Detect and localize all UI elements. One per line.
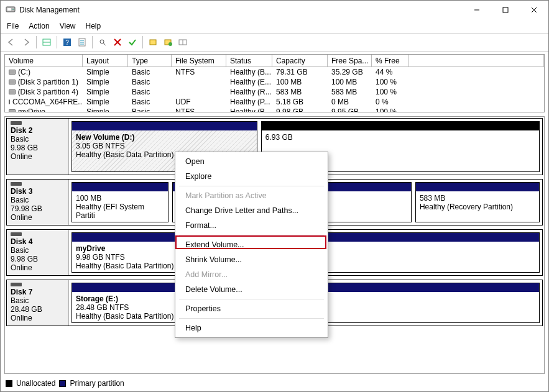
menu-item-extend-volume[interactable]: Extend Volume...: [177, 237, 326, 252]
partition[interactable]: 583 MBHealthy (Recovery Partition): [415, 182, 540, 222]
col-status[interactable]: Status: [226, 55, 272, 67]
window-title: Disk Management: [19, 6, 80, 14]
properties-icon[interactable]: [75, 35, 89, 49]
disk-type: Basic: [11, 296, 65, 305]
back-icon[interactable]: [4, 35, 18, 49]
menu-item-format[interactable]: Format...: [177, 218, 326, 233]
volume-pct-free: 100 %: [372, 87, 409, 97]
menu-item-change-drive-letter-and-paths[interactable]: Change Drive Letter and Paths...: [177, 203, 326, 218]
panels-icon[interactable]: [40, 35, 53, 49]
volume-icon: [9, 80, 16, 84]
col-volume[interactable]: Volume: [5, 55, 83, 67]
volume-status: Healthy (P...: [226, 97, 272, 107]
toolbar: ?: [1, 33, 548, 52]
col-layout[interactable]: Layout: [83, 55, 128, 67]
help-icon[interactable]: ?: [60, 35, 74, 49]
menu-item-properties[interactable]: Properties: [177, 301, 326, 316]
volume-type: Basic: [128, 107, 172, 112]
disk-info[interactable]: Disk 3Basic79.98 GBOnline: [7, 180, 69, 225]
menu-item-shrink-volume[interactable]: Shrink Volume...: [177, 252, 326, 267]
menu-item-help[interactable]: Help: [177, 321, 326, 335]
volume-name: myDrive: [18, 107, 45, 112]
menu-help[interactable]: Help: [86, 22, 101, 30]
maximize-button[interactable]: [491, 1, 520, 19]
volume-pct-free: 100 %: [372, 107, 409, 112]
menu-separator: [179, 235, 324, 235]
disk-info[interactable]: Disk 2Basic9.98 GBOnline: [7, 119, 69, 175]
menubar: File Action View Help: [1, 19, 548, 33]
volume-row[interactable]: (Disk 3 partition 4)SimpleBasicHealthy (…: [5, 87, 544, 97]
approve-icon[interactable]: [126, 35, 139, 49]
col-capacity[interactable]: Capacity: [272, 55, 328, 67]
volume-list-header: Volume Layout Type File System Status Ca…: [5, 55, 544, 67]
col-pct-free[interactable]: % Free: [372, 55, 409, 67]
volume-icon: [9, 89, 16, 94]
col-type[interactable]: Type: [128, 55, 172, 67]
new-span-icon[interactable]: [161, 35, 175, 49]
partition-bar: [262, 122, 539, 130]
disk-info[interactable]: Disk 4Basic9.98 GBOnline: [7, 230, 69, 275]
partition-body: 100 MBHealthy (EFI System Partiti: [72, 191, 168, 222]
svg-line-16: [103, 43, 106, 45]
disk-status: Online: [11, 263, 65, 272]
forward-icon[interactable]: [19, 35, 33, 49]
partition-body: 583 MBHealthy (Recovery Partition): [416, 191, 539, 222]
volume-status: Healthy (E...: [226, 77, 272, 87]
volume-free: 100 MB: [328, 77, 372, 87]
menu-item-delete-volume[interactable]: Delete Volume...: [177, 282, 326, 297]
svg-point-21: [168, 42, 172, 46]
volume-layout: Simple: [83, 97, 128, 107]
volume-row[interactable]: (C:)SimpleBasicNTFSHealthy (B...79.31 GB…: [5, 67, 544, 77]
disk-id: Disk 3: [11, 187, 65, 196]
volume-list: Volume Layout Type File System Status Ca…: [4, 54, 545, 112]
menu-view[interactable]: View: [60, 22, 76, 30]
menu-separator: [179, 299, 324, 299]
partition-size: 583 MB: [420, 194, 535, 203]
minimize-button[interactable]: [463, 1, 491, 19]
volume-type: Basic: [128, 77, 172, 87]
titlebar: Disk Management: [1, 1, 548, 19]
delete-icon[interactable]: [111, 35, 124, 49]
volume-fs: NTFS: [172, 107, 226, 112]
disk-id: Disk 4: [11, 237, 65, 246]
settings-panel-icon[interactable]: [176, 35, 190, 49]
col-file-system[interactable]: File System: [172, 55, 226, 67]
disk-status: Online: [11, 152, 65, 161]
menu-file[interactable]: File: [7, 22, 19, 30]
disk-type: Basic: [11, 135, 65, 144]
legend: Unallocated Primary partition: [1, 378, 548, 391]
legend-label-primary: Primary partition: [70, 379, 124, 388]
svg-rect-1: [7, 8, 11, 11]
volume-row[interactable]: CCCOMA_X64FRE...SimpleBasicUDFHealthy (P…: [5, 97, 544, 107]
partition-size: 3.05 GB NTFS: [76, 142, 253, 150]
disk-size: 9.98 GB: [11, 255, 65, 263]
volume-layout: Simple: [83, 107, 128, 112]
partition-bar: [72, 183, 168, 191]
volume-name: (C:): [18, 68, 30, 76]
volume-list-body[interactable]: (C:)SimpleBasicNTFSHealthy (B...79.31 GB…: [5, 67, 544, 112]
volume-icon: [9, 109, 16, 112]
partition[interactable]: 100 MBHealthy (EFI System Partiti: [72, 182, 168, 222]
volume-fs: UDF: [172, 97, 226, 107]
search-icon[interactable]: [96, 35, 109, 49]
menu-item-explore[interactable]: Explore: [177, 169, 326, 184]
menu-separator: [179, 186, 324, 186]
disk-info[interactable]: Disk 7Basic28.48 GBOnline: [7, 280, 69, 326]
volume-row[interactable]: (Disk 3 partition 1)SimpleBasicHealthy (…: [5, 77, 544, 87]
volume-pct-free: 44 %: [372, 67, 409, 77]
close-button[interactable]: [520, 1, 548, 19]
new-volume-icon[interactable]: [146, 35, 160, 49]
volume-free: 9.95 GB: [328, 107, 372, 112]
disk-status: Online: [11, 314, 65, 322]
partition-bar: [72, 122, 257, 130]
disk-id: Disk 7: [11, 288, 65, 296]
svg-rect-4: [503, 7, 508, 12]
disk-size: 9.98 GB: [11, 144, 65, 152]
menu-item-open[interactable]: Open: [177, 154, 326, 169]
menu-action[interactable]: Action: [29, 22, 49, 30]
volume-icon: [9, 70, 16, 75]
col-free-space[interactable]: Free Spa...: [328, 55, 372, 67]
volume-fs: [172, 77, 226, 87]
menu-item-mark-partition-as-active: Mark Partition as Active: [177, 188, 326, 203]
volume-row[interactable]: myDriveSimpleBasicNTFSHealthy (B...9.98 …: [5, 107, 544, 112]
